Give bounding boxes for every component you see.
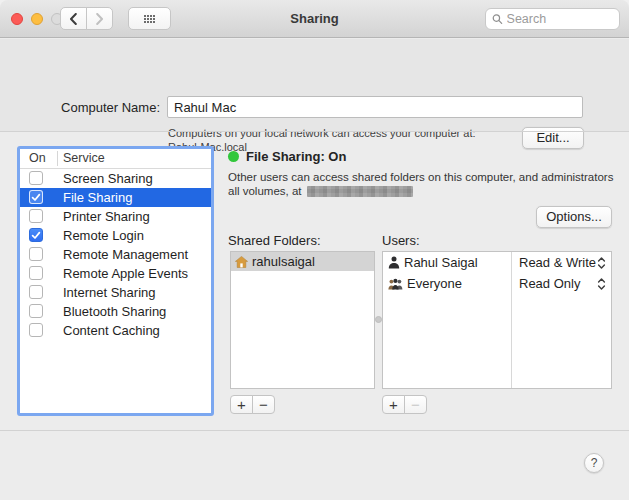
add-shared-folder-button[interactable]: + xyxy=(230,395,253,414)
service-label: Internet Sharing xyxy=(63,283,156,302)
status-green-dot-icon xyxy=(228,151,239,162)
splitter-handle[interactable] xyxy=(375,316,382,323)
user-name: Everyone xyxy=(407,276,462,291)
shared-folders-list: rahulsaigal xyxy=(230,251,375,389)
permission-value: Read Only xyxy=(519,276,597,291)
service-label: Printer Sharing xyxy=(63,207,150,226)
users-list: Rahul Saigal Everyone Read & Write Read … xyxy=(382,251,612,389)
service-row-screen-sharing[interactable]: Screen Sharing xyxy=(20,169,211,188)
shared-folders-label: Shared Folders: xyxy=(228,233,321,248)
shared-folder-name: rahulsaigal xyxy=(252,254,315,269)
services-list: On Service Screen Sharing File Sharing P… xyxy=(17,146,214,416)
permissions-column: Read & Write Read Only xyxy=(511,252,612,388)
service-column-header: Service xyxy=(63,151,105,165)
search-input[interactable] xyxy=(507,12,613,26)
service-label: Remote Management xyxy=(63,245,188,264)
home-folder-icon xyxy=(235,256,248,268)
service-label: File Sharing xyxy=(63,188,132,207)
computer-name-label: Computer Name: xyxy=(0,100,160,115)
remote-login-checkbox[interactable] xyxy=(29,228,43,242)
nav-buttons xyxy=(60,7,113,30)
service-row-printer-sharing[interactable]: Printer Sharing xyxy=(20,207,211,226)
help-button[interactable]: ? xyxy=(584,453,604,473)
bottom-divider xyxy=(0,430,629,431)
remote-management-checkbox[interactable] xyxy=(29,247,43,261)
description-line-2: all volumes, at xyxy=(228,185,413,197)
redacted-address xyxy=(307,186,413,197)
section-divider xyxy=(0,131,629,132)
bluetooth-sharing-checkbox[interactable] xyxy=(29,304,43,318)
user-icon xyxy=(388,256,400,269)
service-label: Bluetooth Sharing xyxy=(63,302,166,321)
options-button[interactable]: Options... xyxy=(536,206,612,228)
service-row-bluetooth-sharing[interactable]: Bluetooth Sharing xyxy=(20,302,211,321)
close-button[interactable] xyxy=(11,13,23,25)
users-add-remove: + − xyxy=(382,395,427,414)
status-title: File Sharing: On xyxy=(246,149,346,164)
service-row-content-caching[interactable]: Content Caching xyxy=(20,321,211,340)
service-label: Remote Login xyxy=(63,226,144,245)
users-label: Users: xyxy=(382,233,420,248)
titlebar: Sharing xyxy=(0,0,629,38)
up-down-chevrons-icon xyxy=(597,277,606,291)
chevron-left-icon xyxy=(69,13,78,25)
internet-sharing-checkbox[interactable] xyxy=(29,285,43,299)
shared-folders-add-remove: + − xyxy=(230,395,275,414)
remove-user-button-disabled: − xyxy=(404,395,427,414)
check-icon xyxy=(31,193,41,202)
up-down-chevrons-icon xyxy=(597,256,606,270)
service-label: Remote Apple Events xyxy=(63,264,188,283)
service-row-remote-management[interactable]: Remote Management xyxy=(20,245,211,264)
column-divider xyxy=(57,151,58,166)
on-column-header: On xyxy=(29,151,46,165)
permission-selector[interactable]: Read & Write xyxy=(512,252,612,273)
remove-shared-folder-button[interactable]: − xyxy=(252,395,275,414)
user-name: Rahul Saigal xyxy=(404,255,478,270)
sharing-preferences-window: Sharing Computer Name: Computers on your… xyxy=(0,0,629,500)
add-user-button[interactable]: + xyxy=(382,395,405,414)
service-row-remote-login[interactable]: Remote Login xyxy=(20,226,211,245)
file-sharing-checkbox[interactable] xyxy=(29,190,43,204)
permission-selector[interactable]: Read Only xyxy=(512,273,612,294)
back-button[interactable] xyxy=(60,7,87,30)
screen-sharing-checkbox[interactable] xyxy=(29,171,43,185)
permission-value: Read & Write xyxy=(519,255,597,270)
forward-button xyxy=(86,7,113,30)
remote-apple-events-checkbox[interactable] xyxy=(29,266,43,280)
computer-name-input[interactable] xyxy=(167,96,583,118)
search-field[interactable] xyxy=(485,8,620,30)
chevron-right-icon xyxy=(95,13,104,25)
service-row-remote-apple-events[interactable]: Remote Apple Events xyxy=(20,264,211,283)
group-icon xyxy=(388,278,403,290)
minimize-button[interactable] xyxy=(31,13,43,25)
printer-sharing-checkbox[interactable] xyxy=(29,209,43,223)
grid-icon xyxy=(144,15,155,23)
service-label: Content Caching xyxy=(63,321,160,340)
show-all-button[interactable] xyxy=(128,7,171,30)
help-line-1: Computers on your local network can acce… xyxy=(168,126,476,140)
content-caching-checkbox[interactable] xyxy=(29,323,43,337)
search-icon xyxy=(492,13,503,25)
check-icon xyxy=(31,231,41,240)
service-row-internet-sharing[interactable]: Internet Sharing xyxy=(20,283,211,302)
computer-name-section: Computer Name: Computers on your local n… xyxy=(0,39,629,131)
service-row-file-sharing[interactable]: File Sharing xyxy=(20,188,211,207)
description-line-1: Other users can access shared folders on… xyxy=(228,171,613,183)
window-controls xyxy=(11,13,63,25)
description-line-2-text: all volumes, at xyxy=(228,185,302,197)
services-header: On Service xyxy=(20,149,211,169)
shared-folder-row[interactable]: rahulsaigal xyxy=(231,252,374,271)
service-label: Screen Sharing xyxy=(63,169,153,188)
